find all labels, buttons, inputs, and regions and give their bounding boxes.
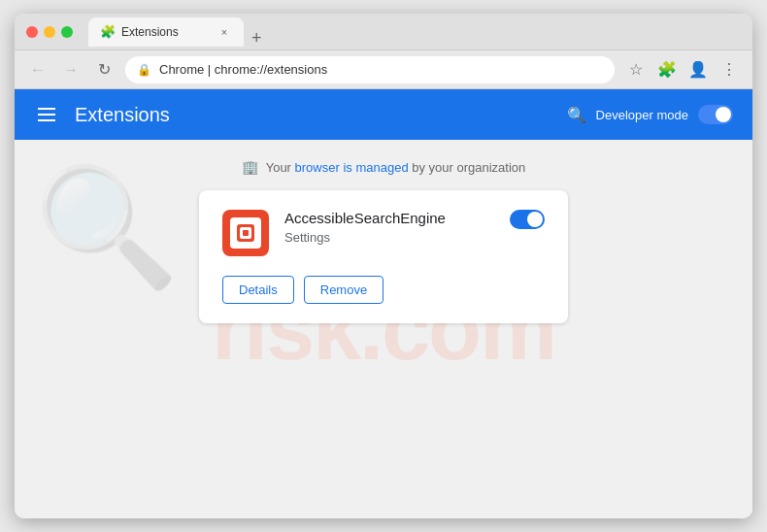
omnibox[interactable]: 🔒 Chrome | chrome://extensions: [125, 56, 615, 83]
browser-window: 🧩 Extensions × + ← → ↻ 🔒 Chrome | chrome…: [15, 14, 752, 518]
active-tab[interactable]: 🧩 Extensions ×: [88, 17, 244, 47]
toggle-knob: [716, 107, 731, 122]
developer-mode-area: 🔍 Developer mode: [567, 105, 733, 124]
traffic-lights: [26, 26, 73, 38]
hamburger-line-1: [38, 108, 55, 110]
tab-close-button[interactable]: ×: [217, 24, 232, 40]
new-tab-button[interactable]: +: [244, 29, 270, 47]
tabs-bar: 🧩 Extensions × +: [88, 17, 741, 47]
bookmark-button[interactable]: ☆: [624, 58, 648, 82]
extensions-button[interactable]: 🧩: [655, 58, 679, 82]
page-title: Extensions: [75, 104, 551, 126]
extension-icon: [222, 210, 269, 256]
extension-subtitle: Settings: [284, 230, 494, 245]
maximize-window-button[interactable]: [61, 26, 73, 38]
search-button[interactable]: 🔍: [567, 106, 586, 124]
security-lock-icon: 🔒: [137, 63, 151, 77]
managed-notice: 🏢 Your browser is managed by your organi…: [242, 159, 526, 175]
hamburger-line-2: [38, 114, 55, 116]
details-button[interactable]: Details: [222, 276, 294, 304]
extensions-header: Extensions 🔍 Developer mode: [15, 89, 752, 140]
extension-card: AccessibleSearchEngine Settings Details …: [199, 190, 568, 323]
extension-logo-svg: [234, 221, 257, 245]
refresh-button[interactable]: ↻: [92, 58, 116, 82]
extension-name: AccessibleSearchEngine: [284, 210, 494, 226]
forward-button[interactable]: →: [59, 58, 83, 82]
minimize-window-button[interactable]: [44, 26, 55, 38]
account-button[interactable]: 👤: [686, 58, 710, 82]
chrome-menu-button[interactable]: ⋮: [717, 58, 741, 82]
address-bar: ← → ↻ 🔒 Chrome | chrome://extensions ☆ 🧩…: [15, 50, 752, 89]
url-display: Chrome | chrome://extensions: [159, 62, 603, 77]
extension-toggle[interactable]: [510, 210, 545, 229]
tab-title: Extensions: [121, 25, 211, 39]
watermark-magnifier-icon: 🔍: [34, 159, 180, 296]
url-scheme: Chrome: [159, 62, 204, 77]
extension-header: AccessibleSearchEngine Settings: [222, 210, 545, 256]
sidebar-toggle-button[interactable]: [34, 104, 59, 125]
developer-mode-label: Developer mode: [596, 108, 688, 122]
title-bar: 🧩 Extensions × +: [15, 14, 752, 50]
url-path: chrome://extensions: [215, 62, 327, 77]
extension-actions: Details Remove: [222, 276, 545, 304]
extension-info: AccessibleSearchEngine Settings: [284, 210, 494, 245]
close-window-button[interactable]: [26, 26, 38, 38]
managed-text-before: Your: [266, 160, 295, 175]
managed-link[interactable]: browser is managed: [295, 160, 409, 175]
url-separator: |: [204, 62, 215, 77]
extension-icon-inner: [230, 217, 261, 249]
hamburger-line-3: [38, 119, 55, 121]
main-content: 🔍 risk.com 🏢 Your browser is managed by …: [15, 140, 752, 518]
managed-text: Your browser is managed by your organiza…: [266, 160, 526, 175]
tab-favicon-icon: 🧩: [100, 24, 116, 39]
remove-button[interactable]: Remove: [304, 276, 384, 304]
toolbar-icons: ☆ 🧩 👤 ⋮: [624, 58, 741, 82]
managed-text-after: by your organization: [409, 160, 526, 175]
developer-mode-toggle[interactable]: [698, 105, 733, 124]
extension-toggle-knob: [527, 212, 543, 227]
managed-icon: 🏢: [242, 159, 258, 175]
svg-rect-2: [243, 230, 249, 236]
back-button[interactable]: ←: [26, 58, 50, 82]
